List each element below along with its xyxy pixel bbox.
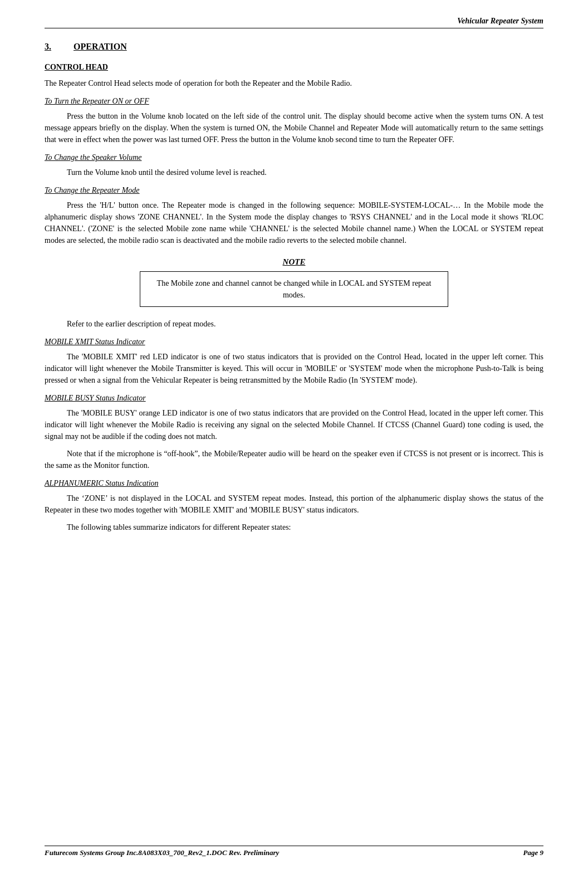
alphanumeric-body1: The ‘ZONE’ is not displayed in the LOCAL… — [45, 492, 543, 516]
section-number: 3. — [45, 42, 51, 52]
control-head-section: CONTROL HEAD The Repeater Control Head s… — [45, 63, 543, 246]
repeater-mode-body: Press the 'H/L' button once. The Repeate… — [45, 199, 543, 246]
repeater-mode-heading: To Change the Repeater Mode — [45, 186, 543, 195]
alphanumeric-heading: ALPHANUMERIC Status Indication — [45, 479, 543, 488]
mobile-busy-heading: MOBILE BUSY Status Indicator — [45, 394, 543, 403]
mobile-busy-section: MOBILE BUSY Status Indicator The 'MOBILE… — [45, 394, 543, 471]
mobile-xmit-heading: MOBILE XMIT Status Indicator — [45, 338, 543, 346]
control-head-heading: CONTROL HEAD — [45, 63, 543, 72]
control-head-intro: The Repeater Control Head selects mode o… — [45, 77, 543, 89]
note-label: NOTE — [45, 257, 543, 267]
note-box-text: The Mobile zone and channel cannot be ch… — [157, 279, 432, 299]
mobile-busy-body1: The 'MOBILE BUSY' orange LED indicator i… — [45, 407, 543, 442]
mobile-xmit-body: The 'MOBILE XMIT' red LED indicator is o… — [45, 351, 543, 386]
mobile-busy-body2: Note that if the microphone is “off-hook… — [45, 448, 543, 471]
alphanumeric-section: ALPHANUMERIC Status Indication The ‘ZONE… — [45, 479, 543, 533]
note-box: The Mobile zone and channel cannot be ch… — [140, 271, 449, 307]
alphanumeric-body2: The following tables summarize indicator… — [45, 521, 543, 533]
footer-right: Page 9 — [523, 848, 543, 857]
page: Vehicular Repeater System 3. OPERATION C… — [0, 0, 588, 874]
header-title: Vehicular Repeater System — [457, 17, 543, 26]
turn-on-off-body: Press the button in the Volume knob loca… — [45, 110, 543, 145]
section-title: OPERATION — [74, 42, 127, 52]
mobile-xmit-section: MOBILE XMIT Status Indicator The 'MOBILE… — [45, 338, 543, 386]
section3-heading-row: 3. OPERATION — [45, 42, 543, 60]
footer-left: Futurecom Systems Group Inc.8A083X03_700… — [45, 848, 279, 857]
page-footer: Futurecom Systems Group Inc.8A083X03_700… — [45, 846, 543, 857]
speaker-volume-heading: To Change the Speaker Volume — [45, 153, 543, 162]
page-header: Vehicular Repeater System — [45, 17, 543, 28]
speaker-volume-body: Turn the Volume knob until the desired v… — [45, 167, 543, 178]
refer-repeat-body: Refer to the earlier description of repe… — [45, 318, 543, 330]
turn-on-off-heading: To Turn the Repeater ON or OFF — [45, 97, 543, 106]
note-section: NOTE The Mobile zone and channel cannot … — [45, 257, 543, 307]
